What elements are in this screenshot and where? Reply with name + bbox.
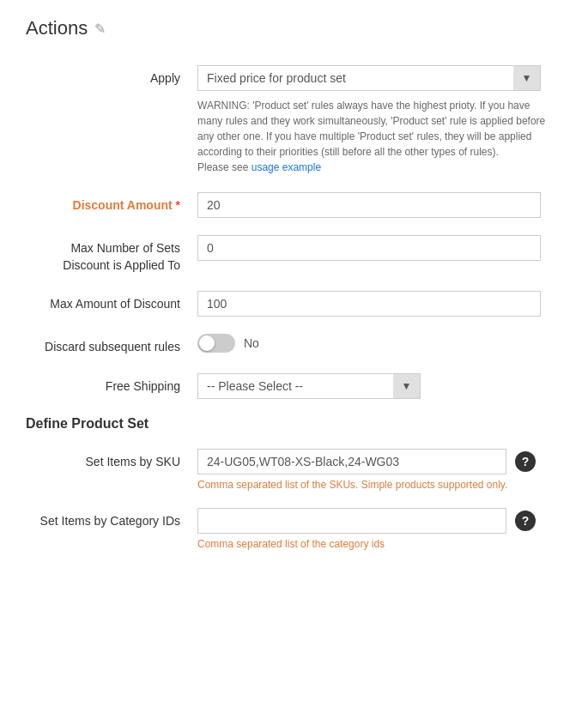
set-items-category-content: ? Comma separated list of the category i… xyxy=(197,508,562,550)
toggle-state-label: No xyxy=(244,336,259,350)
category-input-wrapper: ? xyxy=(197,508,562,534)
set-items-category-row: Set Items by Category IDs ? Comma separa… xyxy=(26,508,562,550)
apply-row: Apply Fixed price for product set Percen… xyxy=(26,65,562,175)
set-items-sku-content: ? Comma separated list of the SKUs. Simp… xyxy=(197,449,562,491)
warning-text: WARNING: 'Product set' rules always have… xyxy=(197,100,545,158)
max-sets-label: Max Number of Sets Discount is Applied T… xyxy=(26,235,197,274)
discard-rules-label: Discard subsequent rules xyxy=(26,334,197,356)
discard-rules-row: Discard subsequent rules No xyxy=(26,334,562,356)
set-items-category-label: Set Items by Category IDs xyxy=(26,508,197,530)
discount-amount-content xyxy=(197,192,562,218)
category-hint-text: Comma separated list of the category ids xyxy=(197,538,562,550)
apply-label: Apply xyxy=(26,65,197,88)
header-section: Actions ✎ xyxy=(26,17,562,39)
discount-amount-row: Discount Amount xyxy=(26,192,562,218)
discard-rules-content: No xyxy=(197,334,562,353)
free-shipping-content: -- Please Select -- Yes No ▼ xyxy=(197,373,562,399)
form-section: Apply Fixed price for product set Percen… xyxy=(26,65,562,550)
discount-amount-label: Discount Amount xyxy=(26,192,197,214)
max-discount-input[interactable] xyxy=(197,291,541,317)
set-items-sku-label: Set Items by SKU xyxy=(26,449,197,471)
edit-icon[interactable]: ✎ xyxy=(94,21,106,37)
usage-example-link[interactable]: usage example xyxy=(252,161,321,173)
set-items-category-input[interactable] xyxy=(197,508,506,534)
set-items-sku-row: Set Items by SKU ? Comma separated list … xyxy=(26,449,562,491)
see-also-prefix: Please see xyxy=(197,161,252,173)
free-shipping-row: Free Shipping -- Please Select -- Yes No… xyxy=(26,373,562,399)
warning-box: WARNING: 'Product set' rules always have… xyxy=(197,98,558,175)
sku-help-icon[interactable]: ? xyxy=(515,451,536,472)
page-title: Actions xyxy=(26,17,88,39)
set-items-sku-input[interactable] xyxy=(197,449,506,474)
sku-hint-text: Comma separated list of the SKUs. Simple… xyxy=(197,479,562,491)
max-discount-content xyxy=(197,291,562,317)
max-discount-label: Max Amount of Discount xyxy=(26,291,197,313)
toggle-wrapper: No xyxy=(197,334,562,353)
apply-select[interactable]: Fixed price for product set Percent of p… xyxy=(197,65,541,91)
apply-select-wrapper: Fixed price for product set Percent of p… xyxy=(197,65,541,91)
toggle-knob xyxy=(199,335,215,351)
max-discount-row: Max Amount of Discount xyxy=(26,291,562,317)
free-shipping-label: Free Shipping xyxy=(26,373,197,396)
define-product-set-title: Define Product Set xyxy=(26,416,562,432)
apply-content: Fixed price for product set Percent of p… xyxy=(197,65,562,175)
discard-rules-toggle[interactable] xyxy=(197,334,235,353)
max-sets-content xyxy=(197,235,562,261)
free-shipping-select-wrapper: -- Please Select -- Yes No ▼ xyxy=(197,373,421,399)
discount-amount-input[interactable] xyxy=(197,192,541,218)
free-shipping-select[interactable]: -- Please Select -- Yes No xyxy=(197,373,421,399)
sku-input-wrapper: ? xyxy=(197,449,562,474)
max-sets-input[interactable] xyxy=(197,235,541,261)
category-help-icon[interactable]: ? xyxy=(515,511,536,531)
max-sets-row: Max Number of Sets Discount is Applied T… xyxy=(26,235,562,274)
